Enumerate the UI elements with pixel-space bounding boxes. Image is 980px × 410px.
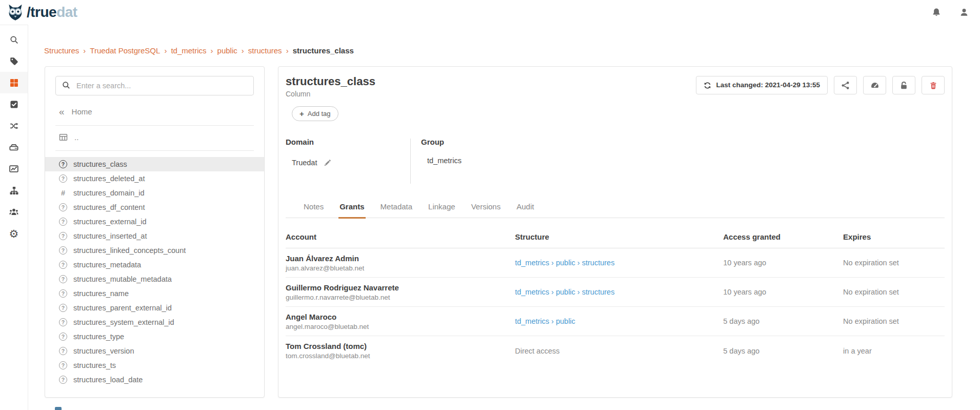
share-button[interactable] bbox=[834, 76, 857, 94]
notifications-button[interactable] bbox=[930, 6, 943, 19]
profile-button[interactable] bbox=[863, 76, 886, 94]
grid-icon bbox=[10, 79, 18, 87]
breadcrumb-link[interactable]: structures bbox=[248, 46, 282, 55]
structure-path-link[interactable]: td_metrics › public › structures bbox=[515, 259, 614, 267]
list-item[interactable]: ?structures_class bbox=[45, 157, 264, 171]
account-email: guillermo.r.navarrete@bluetab.net bbox=[286, 294, 515, 301]
breadcrumb-link[interactable]: Structures bbox=[44, 46, 79, 55]
nav-domains[interactable] bbox=[0, 180, 28, 201]
truedat-logo[interactable]: /truedat bbox=[6, 3, 77, 22]
sitemap-icon bbox=[10, 186, 18, 195]
list-item[interactable]: ?structures_linked_concepts_count bbox=[45, 243, 264, 258]
account-name: Angel Maroco bbox=[286, 313, 515, 321]
list-item-label: structures_ts bbox=[73, 361, 116, 369]
share-icon bbox=[841, 81, 850, 90]
collapse-icon: « bbox=[59, 107, 65, 116]
access-granted-value: 10 years ago bbox=[723, 259, 766, 267]
plus-icon: + bbox=[299, 110, 304, 118]
breadcrumb-link[interactable]: td_metrics bbox=[171, 46, 206, 55]
page-title: structures_class bbox=[286, 75, 375, 88]
nav-structures[interactable] bbox=[0, 72, 28, 93]
list-item[interactable]: ?structures_version bbox=[45, 344, 264, 358]
tab-grants[interactable]: Grants bbox=[338, 199, 365, 219]
list-item-label: structures_linked_concepts_count bbox=[73, 246, 186, 255]
grants-table: Account Structure Access granted Expires… bbox=[286, 224, 945, 365]
home-link[interactable]: « Home bbox=[59, 107, 254, 116]
access-granted-value: 5 days ago bbox=[723, 347, 759, 355]
tab-linkage[interactable]: Linkage bbox=[427, 199, 456, 219]
list-item[interactable]: ?structures_name bbox=[45, 286, 264, 301]
structure-detail-panel: structures_class Column Last changed: 20… bbox=[278, 66, 952, 398]
search-icon bbox=[62, 81, 70, 89]
structure-path-link[interactable]: td_metrics › public › structures bbox=[515, 288, 614, 296]
col-header-structure: Structure bbox=[515, 224, 723, 248]
access-granted-cell: 5 days ago bbox=[723, 307, 843, 336]
parent-folder-item[interactable]: .. bbox=[59, 133, 254, 142]
question-circle-icon: ? bbox=[59, 275, 67, 283]
grants-section: Account Structure Access granted Expires… bbox=[286, 224, 945, 365]
breadcrumb-link[interactable]: public bbox=[217, 46, 237, 55]
expires-cell: No expiration set bbox=[843, 307, 945, 336]
domain-label: Domain bbox=[286, 138, 410, 146]
list-item[interactable]: ?structures_parent_external_id bbox=[45, 301, 264, 315]
list-item-label: structures_deleted_at bbox=[73, 174, 145, 183]
table-row: Guillermo Rodriguez Navarreteguillermo.r… bbox=[286, 278, 945, 307]
nav-users[interactable] bbox=[0, 201, 28, 223]
list-item[interactable]: ?structures_metadata bbox=[45, 258, 264, 272]
list-item[interactable]: ?structures_external_id bbox=[45, 214, 264, 229]
access-granted-cell: 5 days ago bbox=[723, 336, 843, 365]
shuffle-icon bbox=[10, 122, 18, 130]
nav-dashboards[interactable] bbox=[0, 158, 28, 180]
account-button[interactable] bbox=[957, 6, 971, 19]
structure-path-link[interactable]: td_metrics › public bbox=[515, 317, 575, 325]
structure-browser-panel: « Home .. ?structures_class?structures_d… bbox=[45, 66, 265, 398]
expires-value: No expiration set bbox=[843, 317, 899, 325]
nav-quality[interactable] bbox=[0, 93, 28, 115]
search-icon bbox=[10, 35, 18, 44]
nav-lineage[interactable] bbox=[0, 115, 28, 136]
search-input[interactable] bbox=[55, 76, 254, 95]
unlock-button[interactable] bbox=[892, 76, 915, 94]
nav-tags[interactable] bbox=[0, 50, 28, 72]
list-item-label: structures_system_external_id bbox=[73, 318, 174, 326]
account-email: tom.crossland@bluetab.net bbox=[286, 352, 515, 360]
account-name: Guillermo Rodriguez Navarrete bbox=[286, 283, 515, 292]
add-tag-button[interactable]: + Add tag bbox=[292, 106, 338, 121]
tab-versions[interactable]: Versions bbox=[470, 199, 502, 219]
expires-value: in a year bbox=[843, 347, 872, 355]
tab-notes[interactable]: Notes bbox=[303, 199, 325, 219]
check-square-icon bbox=[10, 100, 18, 109]
col-header-account: Account bbox=[286, 224, 515, 248]
list-item[interactable]: #structures_domain_id bbox=[45, 186, 264, 200]
list-item[interactable]: ?structures_ts bbox=[45, 358, 264, 373]
expires-cell: No expiration set bbox=[843, 278, 945, 307]
breadcrumb-link[interactable]: Truedat PostgreSQL bbox=[90, 46, 160, 55]
list-item[interactable]: ?structures_system_external_id bbox=[45, 315, 264, 329]
breadcrumb: Structures›Truedat PostgreSQL›td_metrics… bbox=[44, 46, 980, 55]
nav-settings[interactable]: ⚙ bbox=[0, 223, 28, 244]
question-circle-icon: ? bbox=[59, 347, 67, 355]
list-item-label: structures_type bbox=[73, 333, 124, 341]
account-name: Tom Crossland (tomc) bbox=[286, 342, 515, 350]
list-item[interactable]: ?structures_df_content bbox=[45, 200, 264, 214]
list-item-label: structures_version bbox=[73, 347, 134, 355]
last-changed-button[interactable]: Last changed: 2021-04-29 13:55 bbox=[696, 76, 828, 94]
nav-systems[interactable] bbox=[0, 136, 28, 158]
list-item[interactable]: ?structures_load_date bbox=[45, 373, 264, 387]
list-item[interactable]: ?structures_mutable_metadata bbox=[45, 272, 264, 286]
nav-search[interactable] bbox=[0, 29, 28, 50]
edit-domain-button[interactable] bbox=[324, 159, 331, 167]
question-circle-icon: ? bbox=[59, 246, 67, 255]
structure-cell: td_metrics › public › structures bbox=[515, 278, 723, 307]
tab-metadata[interactable]: Metadata bbox=[379, 199, 414, 219]
tab-bar: NotesGrantsMetadataLinkageVersionsAudit bbox=[286, 199, 945, 218]
list-item[interactable]: ?structures_type bbox=[45, 329, 264, 344]
account-cell: Guillermo Rodriguez Navarreteguillermo.r… bbox=[286, 278, 515, 307]
tab-audit[interactable]: Audit bbox=[515, 199, 535, 219]
list-item-label: structures_external_id bbox=[73, 218, 147, 226]
list-item[interactable]: ?structures_deleted_at bbox=[45, 171, 264, 186]
divider bbox=[55, 150, 254, 151]
list-item[interactable]: ?structures_inserted_at bbox=[45, 229, 264, 243]
delete-button[interactable] bbox=[922, 76, 945, 94]
pencil-icon bbox=[324, 159, 331, 167]
